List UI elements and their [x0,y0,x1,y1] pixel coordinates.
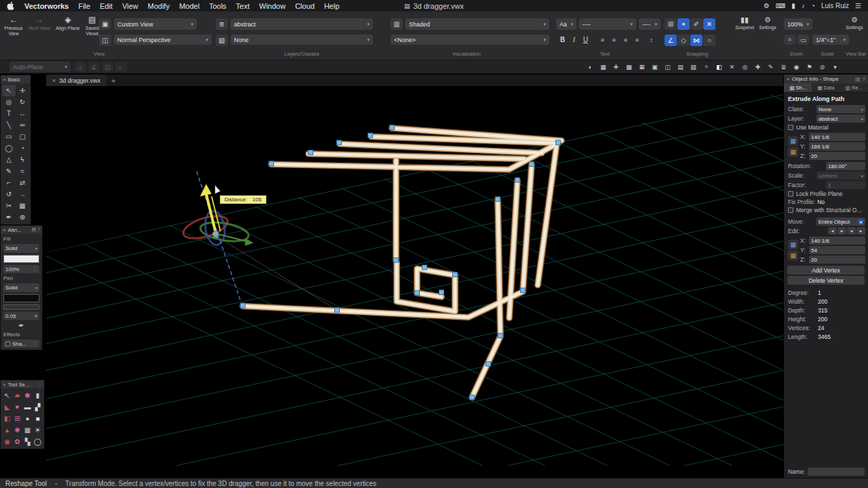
contrast-view-icon[interactable]: ◐ [585,62,596,72]
active-class-select[interactable]: None▾ [231,35,373,45]
working-plane-icon[interactable]: ▦ [788,251,798,260]
selection-tool[interactable]: ↖ [2,85,16,96]
kebab-menu-icon[interactable]: ⋮ [32,341,37,347]
snapping-settings-button[interactable]: ⚙ Settings [757,16,778,30]
menu-item[interactable]: Text [236,2,250,10]
bold-button[interactable]: B [557,35,568,45]
vertex-handle[interactable] [439,290,444,295]
text-style-select[interactable]: Aa▾ [556,18,576,30]
vertex-handle[interactable] [241,303,245,308]
pen-style-icon[interactable]: ✎ [765,62,776,72]
freehand-tool[interactable]: ✎ [2,165,16,177]
y-position-field[interactable]: 169 1/8 [809,142,865,150]
shadow-checkbox[interactable] [5,342,10,346]
fillet-tool[interactable]: ⌐ [2,177,16,188]
vertex-handle[interactable] [415,291,420,296]
dragger-center-sphere[interactable] [213,231,219,237]
vertex-handle[interactable] [521,288,526,293]
smart-edge-icon[interactable]: ✕ [703,18,715,30]
menu-item[interactable]: Tools [209,2,226,10]
vertex-handle[interactable] [335,308,340,312]
toolset-stair-icon[interactable]: ▞ [33,401,43,413]
factor-field[interactable]: 1 [826,181,865,189]
tangent-snap-icon[interactable]: ⋈ [690,35,703,46]
toolset-door-icon[interactable]: ◧ [2,413,12,424]
distance-snap-icon[interactable]: ○ [703,35,715,46]
vertex-handle[interactable] [453,272,458,277]
name-input[interactable] [808,468,865,476]
edge-mode-icon[interactable]: ⌐ [115,62,127,72]
toolset-terrain-icon[interactable]: ▚ [22,436,33,447]
layer-select[interactable]: abstract▾ [816,115,865,123]
line-type-small-select[interactable]: ----▾ [639,18,660,30]
notification-list-icon[interactable]: ☰ [855,2,861,9]
menu-item[interactable]: Window [259,2,285,10]
menu-item[interactable]: Modify [148,2,170,10]
zoom-tool[interactable]: ◎ [2,96,16,108]
toolset-heart-icon[interactable]: ♥ [12,401,22,413]
add-vertex-button[interactable]: Add Vertex [787,266,865,274]
grid-mode-icon[interactable]: ⊞ [636,62,648,72]
mask-icon[interactable]: ◧ [713,62,725,72]
active-layer-select[interactable]: abstract▾ [231,18,373,30]
vertex-handle[interactable] [390,125,395,130]
apple-menu-icon[interactable] [7,1,15,10]
pen-color-swatch[interactable] [3,294,39,302]
settings-gear-icon[interactable]: ⚙ [764,2,770,9]
vertex-handle[interactable] [309,150,313,155]
keyboard-icon[interactable]: ⌨ [776,2,785,9]
scale-select[interactable]: Uniform▾ [816,171,865,180]
move-by-points-tool[interactable]: → [16,188,29,200]
battery-icon[interactable]: ▮ [791,2,795,9]
polyline-tool[interactable]: ϟ [16,154,29,165]
palette-menu-icon[interactable]: ▤ [855,76,861,82]
toolset-detail-icon[interactable]: ◯ [33,436,43,447]
target-icon[interactable]: ◎ [739,62,751,72]
screen-plane-icon[interactable]: ▦ [788,240,798,249]
face-mode-icon[interactable]: ◫ [102,62,113,72]
menu-item[interactable]: View [122,2,138,10]
vertex-z-field[interactable]: 20 [809,256,865,264]
sound-icon[interactable]: ♪ [802,2,805,9]
last-vertex-button[interactable]: ▸ [856,227,865,235]
move-mode-select[interactable]: Entire Object▾ [816,218,865,226]
align-left-icon[interactable]: ≡ [597,35,608,45]
erase-icon[interactable]: ✕ [726,62,738,72]
rotation-field[interactable]: 180.00° [826,162,865,170]
tape-measure-tool[interactable]: ⊕ [16,211,29,223]
pen-dash-style[interactable] [3,304,39,310]
italic-button[interactable]: I [569,35,579,45]
transform-mode-icon[interactable]: ✛ [610,62,622,72]
pen-style-select[interactable]: Solid▾ [3,283,39,292]
close-icon[interactable]: × [3,227,6,233]
vertex-handle[interactable] [515,178,520,182]
polygon-tool[interactable]: △ [2,154,16,165]
toolset-gear-icon[interactable]: ✱ [12,424,22,436]
lock-profile-plane-checkbox[interactable] [788,191,793,197]
toolset-window-icon[interactable]: ⊞ [12,413,22,424]
auto-plane-select[interactable]: Auto-Plane▾ [9,62,71,72]
smart-point-icon[interactable]: ✐ [690,18,703,30]
offset-tool[interactable]: ≈ [16,165,29,177]
attribute-mapping-tool[interactable]: ▦ [16,200,29,211]
object-info-tab[interactable]: ▦Data [812,83,840,92]
vertex-handle[interactable] [368,133,373,138]
dimension-tool[interactable]: ↔ [16,108,29,119]
eyedropper-icon[interactable]: ✒ [3,322,39,329]
kebab-menu-icon[interactable]: ⋮ [32,266,37,272]
z-position-field[interactable]: 20 [809,152,865,160]
help-icon[interactable]: ? [37,227,40,232]
merge-structural-checkbox[interactable] [788,207,793,213]
angle-mode-icon[interactable]: ∠ [88,62,100,72]
add-icon[interactable]: ✚ [752,62,764,72]
rounded-rectangle-tool[interactable]: ▢ [16,131,29,142]
wireframe-icon[interactable]: ▦ [597,62,609,72]
arc-tool[interactable]: ◔ [16,142,29,154]
align-justify-icon[interactable]: ≡ [631,35,643,45]
close-icon[interactable]: × [3,77,6,83]
vertex-y-field[interactable]: 54 [809,246,865,254]
layers-icon[interactable]: ≣ [216,18,228,30]
mirror-tool[interactable]: ⇄ [16,177,29,188]
vertex-handle[interactable] [470,395,475,400]
line-spacing-icon[interactable]: ↕ [646,35,657,45]
